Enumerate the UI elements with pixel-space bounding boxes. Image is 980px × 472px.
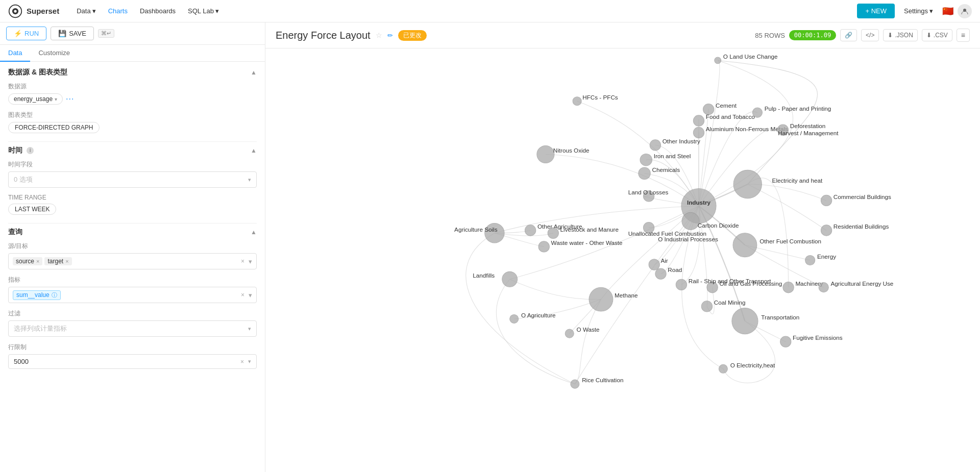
node-electricity-heat2[interactable]: [719, 364, 727, 373]
row-limit-clear-icon[interactable]: ×: [240, 358, 244, 365]
node-residential-buildings[interactable]: [821, 225, 831, 236]
datasource-select-container: energy_usage ▾ ···: [8, 93, 257, 105]
datasource-chevron-icon: ▲: [251, 69, 257, 76]
time-section-header[interactable]: 时间 i ▲: [8, 146, 257, 155]
node-other-industry[interactable]: [650, 140, 660, 151]
tab-customize[interactable]: Customize: [30, 45, 78, 62]
node-methane[interactable]: [589, 287, 613, 311]
status-badge: 已更改: [398, 30, 427, 41]
label-residential-buildings: Residential Buildings: [834, 223, 889, 230]
node-agriculture[interactable]: [510, 314, 519, 323]
node-agricultural-energy[interactable]: [819, 283, 828, 292]
time-range-select[interactable]: LAST WEEK: [8, 204, 56, 215]
save-button[interactable]: 💾 SAVE: [51, 27, 94, 40]
time-range-value: LAST WEEK: [15, 206, 50, 213]
node-machinery[interactable]: [783, 282, 794, 293]
link-button[interactable]: 🔗: [840, 29, 857, 41]
node-food-tobacco[interactable]: [693, 115, 704, 126]
label-electricity-heat: Electricity and heat: [772, 177, 823, 184]
source-target-field-row: 源/目标 source × target × × ▾: [8, 242, 257, 269]
label-nitrous-oxide: Nitrous Oxide: [553, 147, 590, 154]
nav-charts[interactable]: Charts: [103, 4, 133, 18]
chart-type-select[interactable]: FORCE-DIRECTED GRAPH: [8, 122, 100, 133]
chart-header: Energy Force Layout ☆ ✏ 已更改 85 ROWS 00:0…: [265, 22, 980, 48]
query-section-header[interactable]: 查询 ▲: [8, 228, 257, 237]
source-target-input[interactable]: source × target × × ▾: [8, 253, 257, 269]
node-coal-mining[interactable]: [701, 301, 712, 312]
node-cement[interactable]: [703, 104, 714, 115]
node-other-fuel[interactable]: [733, 233, 757, 257]
filter-select[interactable]: 选择列或计量指标 ▾: [8, 320, 257, 337]
edit-pencil-icon[interactable]: ✏: [387, 32, 393, 39]
nav-sqllab[interactable]: SQL Lab ▾: [183, 4, 224, 18]
node-air[interactable]: [649, 259, 659, 270]
source-tag-close[interactable]: ×: [36, 258, 39, 264]
node-rice-cultivation[interactable]: [571, 380, 579, 388]
node-hfcs-pfcs[interactable]: [573, 97, 581, 106]
datasource-select[interactable]: energy_usage ▾: [8, 93, 63, 105]
tab-data[interactable]: Data: [0, 45, 30, 62]
tags-clear-icon[interactable]: ×: [241, 258, 244, 265]
data-dropdown-icon: ▾: [92, 7, 96, 15]
node-road[interactable]: [655, 268, 666, 279]
node-energy[interactable]: [805, 255, 815, 265]
new-button[interactable]: + NEW: [857, 4, 895, 18]
node-landfills[interactable]: [502, 271, 518, 287]
top-navigation: Superset Data ▾ Charts Dashboards SQL La…: [0, 0, 980, 22]
filter-placeholder: 选择列或计量指标: [14, 324, 67, 333]
language-flag[interactable]: 🇨🇳: [942, 6, 953, 17]
node-chemicals[interactable]: [639, 167, 650, 179]
metric-input[interactable]: sum__value ⓘ × ▾: [8, 287, 257, 303]
csv-download-button[interactable]: ⬇ .CSV: [922, 29, 952, 41]
label-hfcs-pfcs: HFCs - PFCs: [582, 94, 618, 101]
node-pulp-paper[interactable]: [752, 108, 762, 117]
label-deforestation: Deforestation: [790, 122, 826, 129]
favorite-star-icon[interactable]: ☆: [376, 31, 382, 39]
more-options-button[interactable]: ≡: [957, 29, 970, 42]
tags-actions: × ▾: [241, 258, 252, 265]
user-avatar[interactable]: [958, 4, 972, 18]
node-land-use-change[interactable]: [715, 57, 721, 64]
svg-point-2: [14, 10, 16, 12]
target-tag-close[interactable]: ×: [65, 258, 68, 264]
label-industry: Industry: [687, 199, 711, 206]
filter-chevron-icon: ▾: [248, 326, 251, 332]
node-nitrous-oxide[interactable]: [537, 145, 554, 163]
label-waste-water: Waste water - Other Waste: [551, 239, 623, 246]
node-aluminium[interactable]: [693, 127, 704, 138]
code-button[interactable]: </>: [861, 29, 879, 41]
time-chevron-icon: ▲: [251, 147, 257, 154]
chart-type-value: FORCE-DIRECTED GRAPH: [15, 124, 93, 131]
label-other-fuel: Other Fuel Combustion: [760, 238, 821, 244]
datasource-section-header[interactable]: 数据源 & 图表类型 ▲: [8, 68, 257, 77]
app-logo[interactable]: Superset: [8, 4, 59, 18]
node-other-agriculture[interactable]: [525, 225, 535, 236]
node-livestock[interactable]: [548, 228, 558, 238]
nav-data[interactable]: Data ▾: [71, 4, 101, 18]
time-field-placeholder: 0 选项: [14, 175, 33, 184]
run-button[interactable]: ⚡ RUN: [6, 27, 46, 40]
tags-chevron-icon: ▾: [249, 258, 252, 265]
time-field-select[interactable]: 0 选项 ▾: [8, 171, 257, 188]
node-transportation[interactable]: [732, 308, 758, 334]
nav-dashboards[interactable]: Dashboards: [135, 4, 181, 18]
json-download-button[interactable]: ⬇ .JSON: [883, 29, 917, 41]
node-electricity-heat[interactable]: [733, 170, 762, 198]
graph-nodes[interactable]: Industry Electricity and heat Other Fuel…: [454, 53, 893, 388]
time-section-title: 时间: [8, 146, 22, 155]
node-fugitive[interactable]: [780, 336, 791, 347]
metric-clear-icon[interactable]: ×: [241, 291, 244, 299]
node-rail-ship[interactable]: [676, 279, 687, 290]
node-waste[interactable]: [565, 329, 574, 338]
node-iron-steel[interactable]: [640, 154, 652, 165]
time-info-icon: i: [27, 147, 34, 154]
datasource-more-button[interactable]: ···: [66, 94, 74, 104]
row-limit-select[interactable]: 5000 × ▾: [8, 354, 257, 369]
node-commercial-buildings[interactable]: [821, 195, 831, 206]
force-directed-graph[interactable]: Industry Electricity and heat Other Fuel…: [265, 48, 980, 472]
node-carbon-dioxide[interactable]: [682, 212, 699, 230]
row-limit-label: 行限制: [8, 343, 257, 352]
settings-button[interactable]: Settings ▾: [899, 4, 938, 18]
node-waste-water[interactable]: [538, 241, 549, 252]
label-commercial-buildings: Commercial Buildings: [834, 193, 891, 200]
